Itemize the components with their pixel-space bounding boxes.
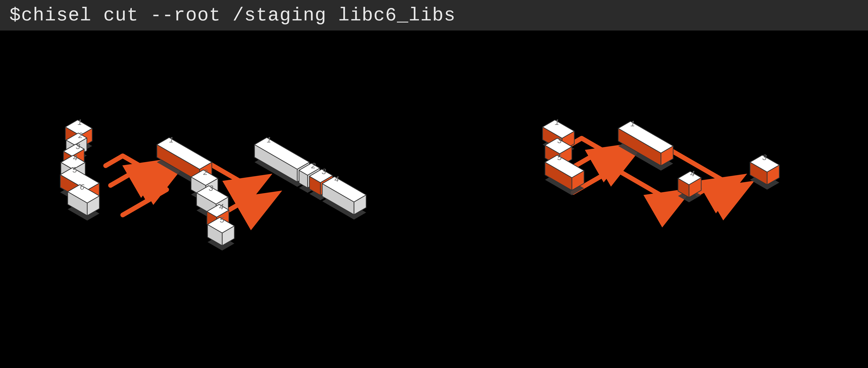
terminal-command: $ chisel cut --root /staging libc6_libs [0,0,868,31]
shell-prompt: $ [9,5,21,26]
left-b-5-label: 5 [220,215,224,224]
right-a-3-label: 3 [557,136,562,145]
left-a-2-label: 2 [78,131,83,140]
right-a-1-label: 1 [555,118,559,127]
isometric-diagram: 123412345123456 314135 [0,31,868,368]
diagram-area: 123412345123456 314135 [0,31,868,368]
right-b-1-label: 1 [630,119,635,128]
left-b-4-label: 4 [219,202,224,211]
left-b-2-label: 2 [203,168,208,176]
right-a-5-label: 5 [557,153,562,162]
left-a-3-label: 3 [75,142,80,151]
left-a-5-label: 5 [72,165,77,174]
left-c-4-label: 4 [334,174,339,183]
dependency-arrow [123,170,177,215]
left-b-3-label: 3 [209,183,213,193]
dependency-arrow [698,182,746,194]
dependency-arrow [573,168,685,201]
right-c-3-label: 3 [762,153,767,162]
left-c-1-label: 1 [267,135,271,144]
left-a-1-label: 1 [78,118,82,127]
left-a-4-label: 4 [73,153,78,162]
left-a-6-label: 6 [80,182,84,191]
left-b-1-label: 1 [169,135,174,144]
left-c-3-label: 3 [322,167,326,176]
command-text: chisel cut --root /staging libc6_libs [21,5,456,26]
right-b-4-label: 4 [690,169,695,178]
dependency-arrow [111,166,169,186]
left-c-2-label: 2 [311,161,316,170]
